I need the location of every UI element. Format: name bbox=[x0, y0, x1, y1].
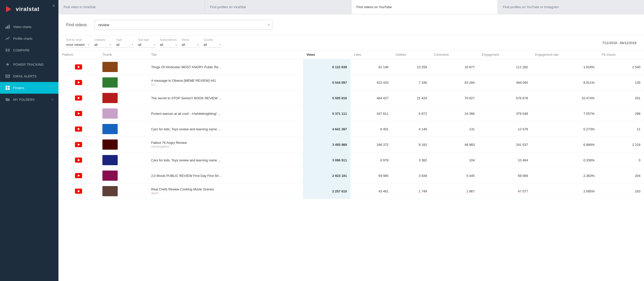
results-table: Platform Thumb Title Views Likes Dislike… bbox=[58, 50, 644, 199]
table-row[interactable]: Thugs Of Hindostan MOST ANGRY Public Rev… bbox=[58, 59, 644, 75]
sidebar-item-power-tracking[interactable]: POWER TRACKING bbox=[0, 59, 58, 70]
title-cell[interactable]: Real Chefs Review Cooking Movie Scenes (… bbox=[148, 184, 303, 199]
col-header-dislikes: Dislikes bbox=[392, 50, 431, 59]
fb-shares-cell: 1 540 bbox=[598, 59, 644, 75]
search-input[interactable] bbox=[95, 20, 272, 30]
category-select[interactable]: all bbox=[94, 42, 112, 48]
sidebar-item-compare[interactable]: COMPARE bbox=[0, 44, 58, 56]
country-select-wrap[interactable]: all bbox=[204, 42, 221, 48]
fb-shares-cell: 135 bbox=[598, 75, 644, 90]
subtype-select[interactable]: all bbox=[138, 42, 156, 48]
title-cell[interactable]: The secret to STOP Series!!! BOOK REVIEW… bbox=[148, 90, 303, 106]
category-select-wrap[interactable]: all bbox=[94, 42, 112, 48]
title-text: 2.0 Movie PUBLIC REVIEW First Day First … bbox=[151, 174, 222, 178]
engagement-cell: 494 045 bbox=[478, 75, 532, 90]
subtype-select-wrap[interactable]: all bbox=[138, 42, 156, 48]
sidebar-item-my-folders[interactable]: MY FOLDERS > bbox=[0, 94, 58, 105]
views-cell: 5 544 097 bbox=[303, 75, 350, 90]
title-cell[interactable]: A message to Obama [MEME REVIEW] #41 (oJ… bbox=[148, 75, 303, 90]
youtube-icon bbox=[75, 189, 82, 194]
engagement-rate-cell: 0.273% bbox=[531, 121, 598, 137]
search-label: Find videos bbox=[66, 23, 87, 27]
col-header-comments: Comments bbox=[431, 50, 478, 59]
filter-category: Category all bbox=[94, 38, 112, 48]
chart-line-icon bbox=[5, 36, 10, 41]
type-select[interactable]: all bbox=[116, 42, 134, 48]
title-sub: (BvhY... bbox=[151, 192, 161, 195]
platform-cell bbox=[62, 189, 95, 194]
tab-viralstat-profiles[interactable]: Find profiles on ViralStat bbox=[205, 0, 351, 14]
youtube-icon bbox=[75, 127, 82, 132]
title-text: Real Chefs Review Cooking Movie Scenes bbox=[151, 187, 222, 191]
col-header-views[interactable]: Views bbox=[303, 50, 350, 59]
thumb-cell bbox=[99, 59, 148, 75]
tab-youtube-profiles[interactable]: Find profiles on YouTube or Instagram bbox=[498, 0, 644, 14]
comments-cell: 5 445 bbox=[431, 168, 478, 184]
svg-marker-0 bbox=[6, 6, 11, 12]
country-select[interactable]: all bbox=[204, 42, 221, 48]
tab-youtube-videos[interactable]: Find videos on YouTube bbox=[351, 0, 498, 14]
views-select-wrap[interactable]: all bbox=[182, 42, 200, 48]
sidebar-item-video-charts[interactable]: Video charts bbox=[0, 21, 58, 33]
views-select[interactable]: all bbox=[182, 42, 200, 48]
youtube-icon bbox=[75, 142, 82, 147]
sidebar: viralstat × Video charts Profile charts bbox=[0, 0, 58, 281]
thumb-cell bbox=[99, 121, 148, 137]
table-row[interactable]: 2.0 Movie PUBLIC REVIEW First Day First … bbox=[58, 168, 644, 184]
sidebar-item-profile-charts[interactable]: Profile charts bbox=[0, 33, 58, 44]
thumb-cell bbox=[99, 90, 148, 106]
table-row[interactable]: Fallout 76 Angry Review (SjrDbSgB9lU)3 4… bbox=[58, 137, 644, 152]
title-cell[interactable]: 2.0 Movie PUBLIC REVIEW First Day First … bbox=[148, 168, 303, 184]
sidebar-item-finders[interactable]: Finders bbox=[0, 82, 58, 94]
title-text: Thugs Of Hindostan MOST ANGRY Public Rev… bbox=[151, 65, 222, 69]
grid-icon bbox=[5, 85, 10, 90]
table-row[interactable]: The secret to STOP Series!!! BOOK REVIEW… bbox=[58, 90, 644, 106]
thumb-cell bbox=[99, 137, 148, 152]
subscriptions-select-wrap[interactable]: all bbox=[160, 42, 178, 48]
comments-cell: 16 877 bbox=[431, 59, 478, 75]
search-clear-icon[interactable]: × bbox=[267, 23, 270, 27]
sort-select[interactable]: most viewed bbox=[66, 42, 90, 48]
title-cell[interactable]: Cars for kids, Toys review and learning … bbox=[148, 121, 303, 137]
engagement-rate-cell: 8.911% bbox=[531, 75, 598, 90]
engagement-cell: 576 678 bbox=[478, 90, 532, 106]
comments-cell: 104 bbox=[431, 152, 478, 168]
title-cell[interactable]: Cars for kids, Toys review and learning … bbox=[148, 152, 303, 168]
filter-views: Views all bbox=[182, 38, 200, 48]
tab-viralstat-video[interactable]: Find video in ViralStat bbox=[58, 0, 205, 14]
table-row[interactable]: Real Chefs Review Cooking Movie Scenes (… bbox=[58, 184, 644, 199]
date-range[interactable]: 7/11/2018 - 06/12/2018 bbox=[602, 41, 636, 45]
fb-shares-cell: 204 bbox=[598, 168, 644, 184]
title-cell[interactable]: Fallout 76 Angry Review (SjrDbSgB9lU) bbox=[148, 137, 303, 152]
table-row[interactable]: A message to Obama [MEME REVIEW] #41 (oJ… bbox=[58, 75, 644, 90]
bolt-icon bbox=[5, 62, 10, 67]
email-icon bbox=[5, 74, 10, 79]
thumb-cell bbox=[99, 168, 148, 184]
title-cell[interactable]: Protect waman at all cost! - /r/whitekni… bbox=[148, 106, 303, 121]
sort-select-wrap[interactable]: most viewed bbox=[66, 42, 90, 48]
fb-shares-cell: 201 bbox=[598, 90, 644, 106]
thumb-cell bbox=[99, 75, 148, 90]
subscriptions-select[interactable]: all bbox=[160, 42, 178, 48]
views-cell: 2 923 181 bbox=[303, 168, 350, 184]
table-body: Thugs Of Hindostan MOST ANGRY Public Rev… bbox=[58, 59, 644, 199]
table-row[interactable]: Protect waman at all cost! - /r/whitekni… bbox=[58, 106, 644, 121]
table-row[interactable]: Cars for kids, Toys review and learning … bbox=[58, 121, 644, 137]
views-cell: 2 257 610 bbox=[303, 184, 350, 199]
fb-shares-cell: 11 bbox=[598, 121, 644, 137]
col-header-fb-shares: FB shares bbox=[598, 50, 644, 59]
search-input-wrap: × bbox=[95, 20, 272, 30]
svg-rect-9 bbox=[8, 86, 10, 88]
sidebar-item-email-alerts[interactable]: EMAIL ALERTS bbox=[0, 70, 58, 82]
close-icon[interactable]: × bbox=[53, 4, 55, 8]
views-cell: 5 505 810 bbox=[303, 90, 350, 106]
views-cell: 3 096 511 bbox=[303, 152, 350, 168]
title-cell[interactable]: Thugs Of Hindostan MOST ANGRY Public Rev… bbox=[148, 59, 303, 75]
youtube-icon bbox=[75, 111, 82, 116]
likes-cell: 484 427 bbox=[350, 90, 392, 106]
type-select-wrap[interactable]: all bbox=[116, 42, 134, 48]
filter-subtype: Sub type all bbox=[138, 38, 156, 48]
svg-rect-3 bbox=[9, 25, 10, 29]
col-header-title: Title bbox=[148, 50, 303, 59]
table-row[interactable]: Cars for kids, Toys review and learning … bbox=[58, 152, 644, 168]
